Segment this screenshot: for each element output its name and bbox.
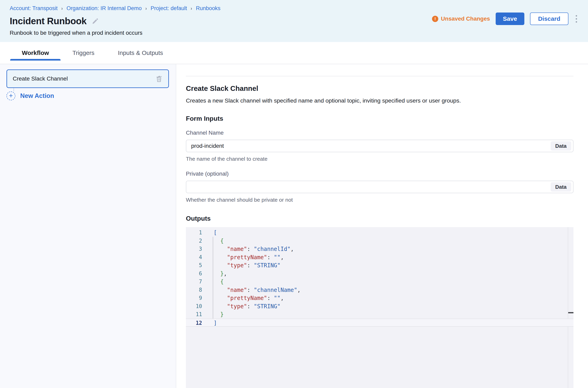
action-card-create-slack-channel[interactable]: Create Slack Channel xyxy=(6,70,169,88)
code-line: 12 ] xyxy=(186,318,573,327)
channel-name-input[interactable] xyxy=(191,140,551,152)
pencil-icon xyxy=(92,17,99,25)
chevron-right-icon: › xyxy=(145,6,147,11)
breadcrumb-runbooks-link[interactable]: Runbooks xyxy=(196,5,220,12)
code-lines: 1 [ 2 { 3 "name": "channelId", 4 "pretty… xyxy=(186,227,573,327)
code-line: 10 "type": "STRING" xyxy=(186,302,573,311)
unsaved-changes-label: Unsaved Changes xyxy=(441,16,490,22)
private-data-button[interactable]: Data xyxy=(551,182,571,192)
line-number: 10 xyxy=(186,302,202,311)
tab-workflow-label: Workflow xyxy=(22,49,49,56)
code-line-text: "name": "channelName", xyxy=(202,286,301,294)
line-number: 6 xyxy=(186,269,202,278)
line-number: 4 xyxy=(186,253,202,261)
code-line: 2 { xyxy=(186,237,573,245)
unsaved-changes-badge: ! Unsaved Changes xyxy=(432,16,490,22)
tab-triggers-label: Triggers xyxy=(72,49,94,56)
code-line-text: } xyxy=(202,310,224,318)
code-line-text: "type": "STRING" xyxy=(202,302,280,311)
code-line-text: "prettyName": "", xyxy=(202,294,284,302)
code-line-text: "name": "channelId", xyxy=(202,245,294,253)
step-connector-line xyxy=(14,88,14,92)
line-number: 5 xyxy=(186,261,202,269)
code-line: 7 { xyxy=(186,278,573,286)
breadcrumb-organization-link[interactable]: Organization: IR Internal Demo xyxy=(66,5,142,12)
channel-name-helper: The name of the channel to create xyxy=(186,156,573,162)
line-number: 3 xyxy=(186,245,202,253)
more-options-button[interactable] xyxy=(574,14,579,24)
line-number: 7 xyxy=(186,278,202,286)
header-actions: ! Unsaved Changes Save Discard xyxy=(432,13,579,25)
active-tab-underline xyxy=(10,59,61,61)
code-line: 1 [ xyxy=(186,229,573,237)
action-card-label: Create Slack Channel xyxy=(13,75,68,82)
line-number: 12 xyxy=(186,319,202,326)
code-line-text: }, xyxy=(202,269,227,278)
private-label: Private (optional) xyxy=(186,170,573,177)
tab-workflow[interactable]: Workflow xyxy=(10,42,61,64)
private-helper: Whether the channel should be private or… xyxy=(186,197,573,203)
tab-bar: Workflow Triggers Inputs & Outputs xyxy=(0,42,588,64)
action-title: Create Slack Channel xyxy=(186,84,573,93)
new-action-button[interactable]: + New Action xyxy=(6,92,54,100)
workflow-steps-panel: Create Slack Channel + New Action xyxy=(0,64,176,388)
form-inputs-heading: Form Inputs xyxy=(186,115,573,122)
breadcrumb-project-link[interactable]: Project: default xyxy=(151,5,187,12)
code-line: 8 "name": "channelName", xyxy=(186,286,573,294)
code-line: 3 "name": "channelId", xyxy=(186,245,573,253)
outputs-heading: Outputs xyxy=(186,215,573,222)
code-line-text: { xyxy=(202,237,224,245)
channel-name-input-wrap: Data xyxy=(186,140,573,152)
private-input[interactable] xyxy=(191,181,551,193)
code-line: 4 "prettyName": "", xyxy=(186,253,573,261)
page-title: Incident Runbook xyxy=(10,16,86,26)
code-line-text: ] xyxy=(202,319,217,326)
action-detail-panel: Create Slack Channel Creates a new Slack… xyxy=(176,64,588,388)
runbook-description: Runbook to be triggered when a prod inci… xyxy=(10,30,578,36)
tab-triggers[interactable]: Triggers xyxy=(61,42,106,64)
code-line-text: "type": "STRING" xyxy=(202,261,280,269)
line-number: 8 xyxy=(186,286,202,294)
edit-title-button[interactable] xyxy=(92,17,99,25)
breadcrumb-account-link[interactable]: Account: Transposit xyxy=(10,5,58,12)
tab-inputs-outputs[interactable]: Inputs & Outputs xyxy=(106,42,175,64)
code-line: 6 }, xyxy=(186,269,573,278)
code-line-text: [ xyxy=(202,229,217,237)
line-number: 9 xyxy=(186,294,202,302)
tab-inputs-outputs-label: Inputs & Outputs xyxy=(118,49,163,56)
delete-action-button[interactable] xyxy=(155,74,163,83)
outputs-code-editor[interactable]: 1 [ 2 { 3 "name": "channelId", 4 "pretty… xyxy=(186,227,573,388)
code-line-text: { xyxy=(202,278,224,286)
channel-name-data-button[interactable]: Data xyxy=(551,141,571,151)
channel-name-label: Channel Name xyxy=(186,130,573,136)
breadcrumb: Account: Transposit › Organization: IR I… xyxy=(10,5,578,12)
line-number: 11 xyxy=(186,310,202,318)
chevron-right-icon: › xyxy=(61,6,63,11)
private-input-wrap: Data xyxy=(186,181,573,193)
line-number: 1 xyxy=(186,229,202,237)
plus-circle-icon: + xyxy=(6,92,15,100)
discard-button[interactable]: Discard xyxy=(530,13,568,25)
action-description: Creates a new Slack channel with specifi… xyxy=(186,97,573,104)
page-header: Account: Transposit › Organization: IR I… xyxy=(0,0,588,42)
warning-icon: ! xyxy=(432,16,438,22)
chevron-right-icon: › xyxy=(191,6,192,11)
editor-scrollbar-thumb[interactable] xyxy=(568,312,573,313)
code-line: 11 } xyxy=(186,310,573,318)
divider xyxy=(186,76,573,76)
new-action-label: New Action xyxy=(20,92,54,99)
kebab-menu-icon xyxy=(576,15,577,23)
trash-icon xyxy=(155,74,163,83)
code-line-text: "prettyName": "", xyxy=(202,253,284,261)
code-line: 9 "prettyName": "", xyxy=(186,294,573,302)
code-line: 5 "type": "STRING" xyxy=(186,261,573,269)
save-button[interactable]: Save xyxy=(496,13,524,25)
line-number: 2 xyxy=(186,237,202,245)
